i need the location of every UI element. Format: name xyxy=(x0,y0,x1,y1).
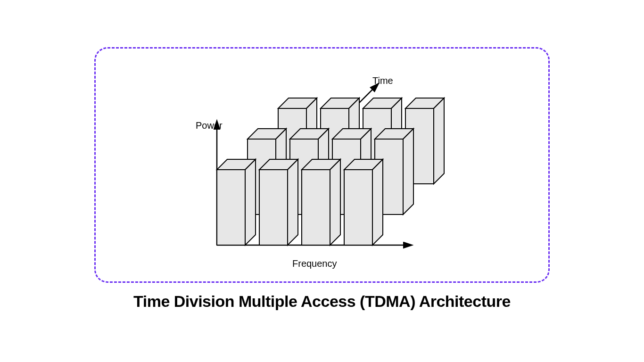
svg-marker-33 xyxy=(302,170,330,245)
bar-r0-c2 xyxy=(302,159,340,245)
bar-r0-c3 xyxy=(344,159,383,245)
axis-label-frequency: Frequency xyxy=(292,258,337,269)
svg-marker-29 xyxy=(245,159,256,245)
svg-marker-32 xyxy=(288,159,298,245)
svg-marker-30 xyxy=(259,170,288,245)
tdma-diagram xyxy=(189,75,453,273)
svg-marker-14 xyxy=(434,98,444,184)
bar-r0-c1 xyxy=(259,159,298,245)
axis-label-time: Time xyxy=(372,75,393,86)
svg-marker-27 xyxy=(217,170,245,245)
svg-marker-38 xyxy=(372,159,383,245)
svg-marker-26 xyxy=(403,129,413,214)
tdma-svg xyxy=(189,75,453,273)
axis-label-power: Power xyxy=(196,120,223,131)
svg-marker-35 xyxy=(330,159,340,245)
svg-marker-36 xyxy=(344,170,372,245)
diagram-caption: Time Division Multiple Access (TDMA) Arc… xyxy=(0,292,644,311)
bar-r0-c0 xyxy=(217,159,256,245)
